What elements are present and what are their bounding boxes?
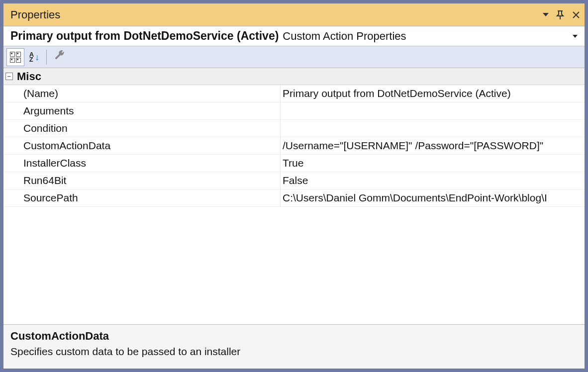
object-selector-dropdown-icon[interactable]	[573, 35, 578, 38]
description-title: CustomActionData	[10, 330, 578, 343]
description-pane: CustomActionData Specifies custom data t…	[3, 324, 585, 369]
categorized-icon	[10, 52, 21, 63]
property-name-run64[interactable]: Run64Bit	[3, 172, 281, 189]
grid-empty-area	[3, 207, 585, 324]
property-value-srcpath: C:\Users\Daniel Gomm\Documents\EndPoint-…	[281, 189, 585, 207]
category-row-misc[interactable]: − Misc	[3, 68, 585, 85]
close-icon[interactable]	[572, 10, 581, 19]
property-toolbar: AZ↓	[3, 46, 585, 68]
property-grid: (Name)Primary output from DotNetDemoServ…	[3, 85, 585, 207]
category-label: Misc	[17, 70, 41, 83]
property-value-arguments[interactable]	[281, 102, 585, 120]
categorized-button[interactable]	[6, 48, 24, 66]
property-value-condition[interactable]	[281, 120, 585, 137]
property-value-name: Primary output from DotNetDemoService (A…	[281, 85, 585, 102]
titlebar-controls	[543, 10, 581, 20]
titlebar-title: Properties	[10, 8, 60, 21]
description-text: Specifies custom data to be passed to an…	[10, 346, 578, 358]
object-type: Custom Action Properties	[283, 30, 406, 43]
property-name-srcpath[interactable]: SourcePath	[3, 189, 281, 207]
sort-az-icon: AZ↓	[29, 52, 39, 62]
property-name-arguments[interactable]: Arguments	[3, 102, 281, 120]
property-name-condition[interactable]: Condition	[3, 120, 281, 137]
property-name-name[interactable]: (Name)	[3, 85, 281, 102]
window-options-dropdown-icon[interactable]	[543, 13, 549, 16]
property-value-customdata[interactable]: /Username="[USERNAME]" /Password="[PASSW…	[281, 137, 585, 155]
property-value-installer[interactable]: True	[281, 155, 585, 172]
collapse-icon[interactable]: −	[5, 73, 13, 80]
property-pages-button[interactable]	[51, 48, 69, 66]
alphabetical-button[interactable]: AZ↓	[25, 48, 43, 66]
wrench-icon	[54, 50, 66, 64]
object-name: Primary output from DotNetDemoService (A…	[10, 29, 279, 43]
pin-icon[interactable]	[556, 10, 565, 20]
property-name-customdata[interactable]: CustomActionData	[3, 137, 281, 155]
toolbar-separator	[46, 50, 47, 65]
object-selector[interactable]: Primary output from DotNetDemoService (A…	[3, 26, 585, 46]
titlebar: Properties	[3, 3, 585, 26]
property-name-installer[interactable]: InstallerClass	[3, 155, 281, 172]
property-value-run64[interactable]: False	[281, 172, 585, 189]
properties-panel: Properties Primary output from DotNetDem…	[3, 3, 585, 369]
